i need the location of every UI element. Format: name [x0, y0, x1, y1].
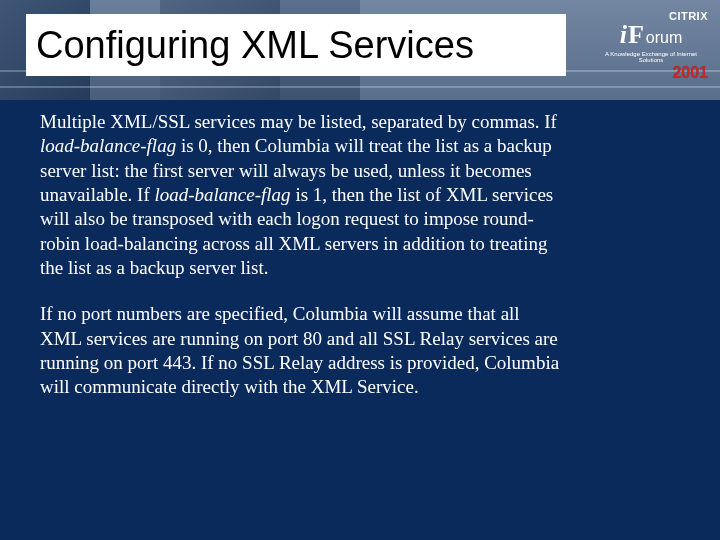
slide-body: Multiple XML/SSL services may be listed,… [40, 110, 680, 399]
forum-wordmark: i F orum [592, 20, 710, 50]
logo-tagline: A Knowledge Exchange of Internet Solutio… [592, 51, 710, 64]
title-bar: Configuring XML Services [26, 14, 566, 76]
event-logo: CITRIX i F orum A Knowledge Exchange of … [592, 10, 710, 82]
slide-title: Configuring XML Services [36, 24, 474, 67]
logo-year: 2001 [592, 64, 708, 82]
paragraph-1: Multiple XML/SSL services may be listed,… [40, 110, 560, 280]
paragraph-2: If no port numbers are specified, Columb… [40, 302, 560, 399]
